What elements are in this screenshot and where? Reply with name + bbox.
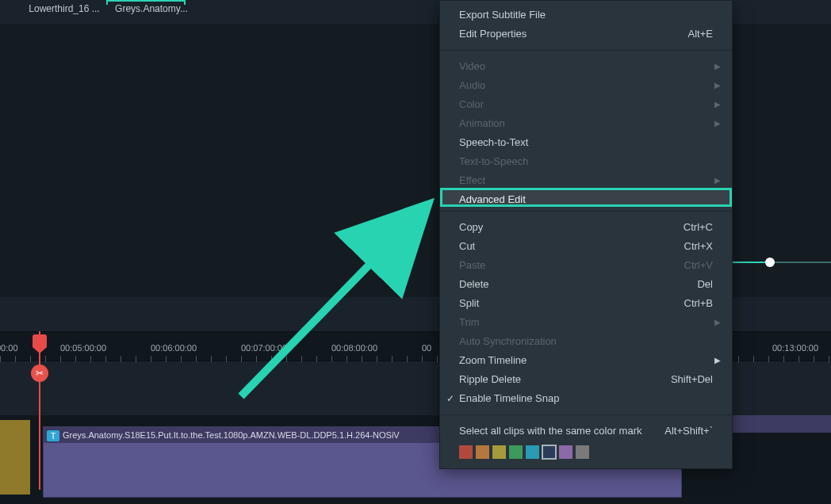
- ctx-video: Video▶: [440, 57, 732, 76]
- check-icon: ✓: [446, 389, 454, 408]
- ruler-tick-label: 00: [422, 343, 431, 353]
- zoom-slider-fill: [730, 262, 769, 263]
- chevron-right-icon: ▶: [714, 76, 721, 95]
- ctx-separator: [440, 50, 732, 51]
- ctx-zoom-timeline[interactable]: Zoom Timeline▶: [440, 351, 732, 370]
- zoom-slider-knob[interactable]: [765, 258, 775, 267]
- color-swatch[interactable]: [526, 445, 539, 459]
- track-gold-clip[interactable]: [0, 420, 30, 494]
- color-swatch[interactable]: [509, 445, 523, 459]
- ctx-speech-to-text[interactable]: Speech-to-Text: [440, 133, 732, 152]
- ruler-tick-label: 00:06:00:00: [151, 343, 197, 353]
- color-swatch[interactable]: [542, 445, 556, 459]
- chevron-right-icon: ▶: [714, 95, 721, 114]
- ctx-text-to-speech: Text-to-Speech: [440, 152, 732, 171]
- clip-filename: Greys.Anatomy.S18E15.Put.It.to.the.Test.…: [63, 430, 400, 440]
- ctx-split[interactable]: SplitCtrl+B: [440, 294, 732, 313]
- ctx-separator: [440, 414, 732, 415]
- text-track-icon: T: [47, 430, 59, 441]
- ctx-copy[interactable]: CopyCtrl+C: [440, 218, 732, 237]
- ctx-separator: [440, 211, 732, 212]
- context-menu: Export Subtitle File Edit Properties Alt…: [439, 0, 733, 469]
- chevron-right-icon: ▶: [714, 313, 721, 332]
- ctx-color-swatches: [440, 441, 732, 459]
- ctx-paste: PasteCtrl+V: [440, 256, 732, 275]
- ctx-edit-properties[interactable]: Edit Properties Alt+E: [440, 25, 732, 44]
- ctx-auto-sync: Auto Synchronization: [440, 332, 732, 351]
- chevron-right-icon: ▶: [714, 351, 721, 370]
- ctx-delete[interactable]: DeleteDel: [440, 275, 732, 294]
- ctx-export-subtitle[interactable]: Export Subtitle File: [440, 6, 732, 25]
- color-swatch[interactable]: [576, 445, 589, 459]
- ctx-enable-snap[interactable]: ✓Enable Timeline Snap: [440, 389, 732, 408]
- ctx-trim: Trim▶: [440, 313, 732, 332]
- ruler-tick-label: 00:05:00:00: [60, 343, 106, 353]
- ruler-tick-label: 00:07:00:00: [241, 343, 287, 353]
- media-thumbnail-greys-anatomy[interactable]: Greys.Anatomy...: [108, 3, 195, 19]
- color-swatch[interactable]: [559, 445, 573, 459]
- color-swatch[interactable]: [459, 445, 473, 459]
- ctx-advanced-edit[interactable]: Advanced Edit: [440, 188, 732, 207]
- chevron-right-icon: ▶: [714, 114, 721, 133]
- chevron-right-icon: ▶: [714, 57, 721, 76]
- ruler-tick-label: 00:08:00:00: [331, 343, 377, 353]
- ruler-tick-label: 00:00: [0, 343, 18, 353]
- color-swatch[interactable]: [476, 445, 489, 459]
- media-thumbnail-lowerthird[interactable]: Lowerthird_16 ...: [21, 3, 108, 19]
- ruler-tick-label: 00:13:00:00: [772, 343, 818, 353]
- zoom-slider[interactable]: [730, 262, 831, 263]
- ctx-audio: Audio▶: [440, 76, 732, 95]
- ctx-color-mark-row: Select all clips with the same color mar…: [440, 422, 732, 441]
- ctx-animation: Animation▶: [440, 114, 732, 133]
- ctx-ripple-delete[interactable]: Ripple DeleteShift+Del: [440, 370, 732, 389]
- ctx-cut[interactable]: CutCtrl+X: [440, 237, 732, 256]
- ctx-color: Color▶: [440, 95, 732, 114]
- scissors-icon[interactable]: ✂: [31, 365, 48, 382]
- color-swatch[interactable]: [492, 445, 506, 459]
